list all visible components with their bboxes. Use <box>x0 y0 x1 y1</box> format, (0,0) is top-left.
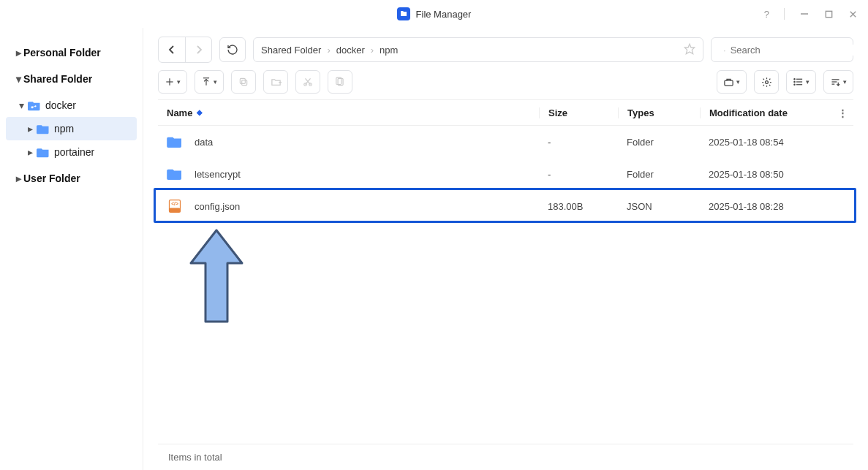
status-bar: Items in total <box>158 444 853 470</box>
sidebar-item-docker[interactable]: ▾ docker <box>0 94 143 117</box>
file-size: - <box>539 169 618 180</box>
file-date: 2025-01-18 08:28 <box>700 201 831 212</box>
new-button[interactable]: ▾ <box>158 70 187 94</box>
file-name: config.json <box>195 201 240 212</box>
content-area: Shared Folder › docker › npm · ▾ <box>143 28 868 470</box>
table-header: Name ◆ Size Types Modification date ⋮ <box>158 99 853 126</box>
upload-button[interactable]: ▾ <box>195 70 224 94</box>
close-button[interactable] <box>848 10 858 19</box>
file-date: 2025-01-18 08:54 <box>700 137 831 148</box>
file-name: letsencrypt <box>195 169 241 180</box>
toolbox-button[interactable]: ▾ <box>717 70 747 94</box>
file-type: JSON <box>618 201 700 212</box>
svg-marker-7 <box>684 44 694 53</box>
nav-forward-button[interactable] <box>185 37 211 62</box>
sidebar-item-portainer[interactable]: ▸ portainer <box>0 140 143 164</box>
nav-toolbar: Shared Folder › docker › npm · <box>158 37 853 63</box>
svg-rect-14 <box>242 80 247 86</box>
folder-icon <box>167 134 183 149</box>
titlebar: File Manager ? <box>0 0 868 28</box>
svg-point-30 <box>794 84 795 85</box>
nav-back-button[interactable] <box>159 37 185 62</box>
file-name: data <box>195 137 213 148</box>
breadcrumb-segment[interactable]: docker <box>336 45 365 56</box>
sidebar-root-personal[interactable]: ▸ Personal Folder <box>0 41 143 64</box>
sidebar-item-label: portainer <box>54 146 94 158</box>
svg-rect-15 <box>240 78 245 83</box>
minimize-button[interactable] <box>799 9 809 19</box>
caret-down-icon: ▾ <box>736 78 740 86</box>
action-toolbar: ▾ ▾ ▾ <box>158 70 853 94</box>
table-row[interactable]: </>config.json183.00BJSON2025-01-18 08:2… <box>158 190 853 222</box>
cut-button[interactable] <box>295 70 320 94</box>
svg-text:</>: </> <box>171 201 178 206</box>
file-type: Folder <box>618 137 700 148</box>
file-type: Folder <box>618 169 700 180</box>
folder-icon <box>37 124 50 134</box>
sidebar-item-npm[interactable]: ▸ npm <box>6 117 137 140</box>
svg-point-24 <box>765 80 768 83</box>
breadcrumb-segment[interactable]: npm <box>380 45 398 56</box>
caret-down-icon: ▾ <box>13 73 23 85</box>
sort-ascending-icon: ◆ <box>197 109 203 116</box>
sidebar-root-user[interactable]: ▸ User Folder <box>0 167 143 190</box>
sidebar-root-label: Personal Folder <box>23 47 101 58</box>
file-date: 2025-01-18 08:50 <box>700 169 831 180</box>
column-options-button[interactable]: ⋮ <box>831 107 853 118</box>
column-header-label: Name <box>167 107 192 118</box>
status-text: Items in total <box>168 452 222 463</box>
view-list-button[interactable]: ▾ <box>786 70 816 94</box>
app-title: File Manager <box>416 9 472 20</box>
svg-rect-23 <box>725 80 733 86</box>
folder-icon <box>167 167 183 181</box>
breadcrumb: Shared Folder › docker › npm <box>253 37 703 62</box>
file-size: - <box>539 137 618 148</box>
sidebar-item-label: npm <box>54 123 74 134</box>
sidebar: ▸ Personal Folder ▾ Shared Folder ▾ dock… <box>0 28 143 470</box>
search-box[interactable]: · <box>711 37 853 62</box>
svg-rect-1 <box>826 11 831 17</box>
json-file-icon: </> <box>167 199 183 213</box>
column-header-types[interactable]: Types <box>618 107 700 118</box>
caret-down-icon: ▾ <box>177 78 181 86</box>
file-size: 183.00B <box>539 201 618 212</box>
caret-right-icon: ▸ <box>25 146 35 158</box>
svg-rect-36 <box>170 208 181 213</box>
move-button[interactable] <box>263 70 288 94</box>
caret-right-icon: ▸ <box>13 173 23 184</box>
caret-down-icon: ▾ <box>806 78 809 86</box>
column-header-date[interactable]: Modification date <box>700 107 831 118</box>
caret-down-icon: ▾ <box>843 78 847 86</box>
refresh-button[interactable] <box>219 37 246 62</box>
chevron-right-icon: › <box>371 45 374 56</box>
sidebar-root-shared[interactable]: ▾ Shared Folder <box>0 67 143 91</box>
column-header-name[interactable]: Name ◆ <box>167 107 539 118</box>
caret-down-icon: ▾ <box>16 99 26 111</box>
search-separator: · <box>723 45 726 56</box>
divider <box>784 8 785 20</box>
copy-button[interactable] <box>231 70 256 94</box>
file-list: data-Folder2025-01-18 08:54letsencrypt-F… <box>158 126 853 222</box>
caret-right-icon: ▸ <box>25 123 35 134</box>
settings-button[interactable] <box>754 70 779 94</box>
svg-point-29 <box>794 81 795 82</box>
table-row[interactable]: data-Folder2025-01-18 08:54 <box>158 126 853 158</box>
search-input[interactable] <box>731 45 853 56</box>
maximize-button[interactable] <box>824 10 834 19</box>
arrow-annotation <box>184 227 249 329</box>
sidebar-root-label: Shared Folder <box>23 73 92 85</box>
column-header-size[interactable]: Size <box>539 107 618 118</box>
sidebar-root-label: User Folder <box>23 173 80 184</box>
table-row[interactable]: letsencrypt-Folder2025-01-18 08:50 <box>158 158 853 190</box>
svg-point-28 <box>794 79 795 80</box>
favorite-button[interactable] <box>684 43 695 57</box>
caret-right-icon: ▸ <box>13 47 23 58</box>
breadcrumb-segment[interactable]: Shared Folder <box>261 45 321 56</box>
paste-button[interactable] <box>328 70 352 94</box>
shared-folder-icon <box>28 100 41 111</box>
app-icon <box>397 7 410 20</box>
caret-down-icon: ▾ <box>214 78 217 86</box>
sidebar-item-label: docker <box>45 99 76 111</box>
help-button[interactable]: ? <box>764 9 769 20</box>
sort-button[interactable]: ▾ <box>823 70 853 94</box>
